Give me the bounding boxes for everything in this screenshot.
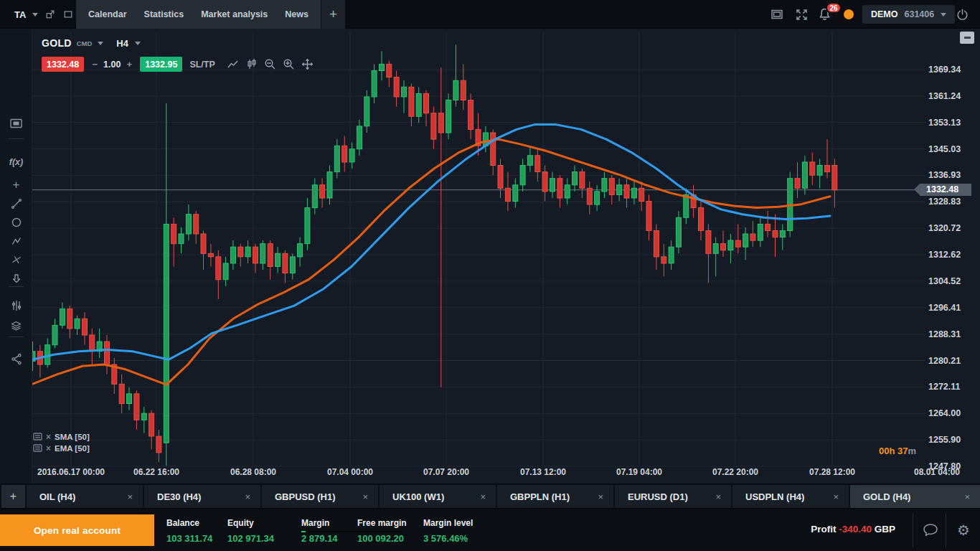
metric-margin-level: Margin level3 576.46% (423, 518, 473, 544)
add-tool-icon[interactable]: + (0, 176, 32, 194)
indicators-fx-icon[interactable]: f(x) (0, 153, 32, 171)
instrument-tab-gbppln-h1[interactable]: GBPPLN (H1)× (497, 485, 613, 508)
metric-balance: Balance103 311.74 (166, 518, 212, 544)
ellipse-tool-icon[interactable] (0, 213, 32, 232)
volume-value[interactable]: 1.00 (101, 60, 123, 70)
time-axis-label: 08.01 04:00 (914, 467, 960, 477)
chevron-down-icon (98, 42, 103, 45)
power-logout-icon[interactable] (956, 0, 969, 29)
metric-value: 102 971.34 (227, 533, 274, 544)
add-workspace-tab-button[interactable]: + (321, 0, 345, 29)
close-tab-icon[interactable]: × (964, 491, 970, 502)
symbol-name: GOLD (42, 37, 72, 49)
drawing-toolbar: f(x) + (0, 29, 32, 484)
instrument-tab-label: USDPLN (H4) (745, 491, 804, 502)
close-tab-icon[interactable]: × (362, 491, 368, 502)
trading-platform-window: TA CalendarStatisticsMarket analysisNews… (0, 0, 980, 551)
maximize-icon[interactable] (62, 9, 74, 20)
close-tab-icon[interactable]: × (127, 491, 133, 502)
metric-label: Margin (301, 518, 338, 528)
price-axis-label: 1361.24 (928, 90, 979, 102)
line-chart-type-icon[interactable] (224, 57, 242, 72)
settings-gear-icon[interactable]: ⚙ (951, 509, 976, 551)
chart-panel-collapse-button[interactable] (960, 32, 974, 44)
indicator-settings-icon[interactable] (33, 442, 42, 455)
chevron-down-icon (941, 13, 946, 17)
price-axis-label: 1336.93 (928, 169, 979, 181)
trend-line-tool-icon[interactable] (0, 194, 32, 213)
popout-icon[interactable] (44, 9, 56, 20)
share-icon[interactable] (0, 349, 32, 368)
chevron-down-icon[interactable] (32, 13, 38, 17)
window-layout-icon[interactable] (771, 0, 783, 29)
instrument-type-label: CMD (77, 39, 93, 47)
close-tab-icon[interactable]: × (245, 491, 250, 502)
down-arrow-tool-icon[interactable] (0, 269, 32, 288)
fullscreen-icon[interactable] (795, 0, 809, 29)
metric-label: Margin level (423, 518, 473, 528)
instrument-tab-gbpusd-h1[interactable]: GBPUSD (H1)× (262, 485, 378, 508)
sell-button[interactable]: 1332.48 (42, 57, 84, 72)
metric-value: 2 879.14 (301, 533, 338, 544)
price-axis-label: 1369.34 (928, 64, 979, 75)
close-tab-icon[interactable]: × (598, 491, 603, 502)
price-axis-label: 1312.62 (928, 249, 979, 260)
account-selector[interactable]: DEMO 631406 (862, 5, 955, 24)
metric-label: Balance (166, 518, 212, 528)
time-axis-label: 06.28 08:00 (230, 467, 276, 477)
close-tab-icon[interactable]: × (715, 491, 721, 502)
buy-button[interactable]: 1332.95 (140, 57, 182, 72)
time-axis-label: 07.19 04:00 (616, 467, 662, 477)
instrument-tab-eurusd-d1[interactable]: EURUSD (D1)× (615, 485, 731, 508)
close-tab-icon[interactable]: × (833, 491, 839, 502)
instrument-tab-gold-h4[interactable]: GOLD (H4)× (850, 485, 980, 508)
indicator-label: EMA [50] (55, 444, 90, 453)
instrument-tab-uk100-w1[interactable]: UK100 (W1)× (380, 485, 496, 508)
chevron-down-icon (135, 42, 141, 45)
candlestick-chart-type-icon[interactable] (242, 57, 261, 72)
instrument-tab-de30-h4[interactable]: DE30 (H4)× (144, 485, 260, 508)
volume-stepper: − 1.00 + (88, 59, 136, 70)
screenshot-frame-icon[interactable] (0, 114, 32, 133)
workspace-tab[interactable]: TA (14, 9, 26, 20)
instrument-tab-label: UK100 (W1) (392, 491, 444, 502)
nav-tab-news[interactable]: News (277, 0, 316, 29)
open-real-account-button[interactable]: Open real account (0, 514, 154, 546)
time-axis-label: 07.28 12:00 (809, 467, 855, 477)
instrument-tab-oil-h4[interactable]: OIL (H4)× (27, 485, 143, 508)
close-tab-icon[interactable]: × (480, 491, 486, 502)
current-price-tag: 1332.48 (920, 184, 971, 196)
volume-increase-button[interactable]: + (123, 59, 136, 70)
layers-icon[interactable] (0, 316, 32, 335)
timeframe-selector[interactable]: H4 (109, 38, 141, 49)
indicator-remove-icon[interactable]: × (46, 445, 51, 452)
sltp-button[interactable]: SL/TP (189, 60, 215, 70)
zoom-out-icon[interactable] (261, 57, 280, 72)
move-crosshair-icon[interactable] (298, 57, 317, 72)
time-axis-label: 07.13 12:00 (520, 467, 566, 477)
metric-equity: Equity102 971.34 (227, 518, 274, 544)
candle-pattern-icon[interactable] (0, 296, 32, 315)
nav-tab-market-analysis[interactable]: Market analysis (193, 0, 275, 29)
nav-tab-calendar[interactable]: Calendar (80, 0, 135, 29)
price-axis-label: 1320.72 (928, 222, 979, 234)
instrument-tab-label: DE30 (H4) (157, 491, 201, 502)
indicator-remove-icon[interactable]: × (46, 433, 51, 441)
instrument-tab-label: EURUSD (D1) (628, 491, 688, 502)
nav-tab-statistics[interactable]: Statistics (136, 0, 192, 29)
price-axis-label: 1296.41 (928, 302, 979, 314)
add-instrument-tab-button[interactable]: + (1, 485, 25, 508)
instrument-tab-usdpln-h4[interactable]: USDPLN (H4)× (732, 485, 849, 508)
countdown-value: 00h 37 (879, 446, 908, 456)
price-axis-label: 1255.90 (928, 434, 979, 446)
candle-countdown: 00h 37m (825, 446, 916, 456)
chat-icon[interactable] (918, 509, 943, 551)
zigzag-pattern-tool-icon[interactable] (0, 232, 32, 250)
zoom-in-icon[interactable] (280, 57, 298, 72)
symbol-selector[interactable]: GOLD CMD (42, 37, 103, 49)
crossed-line-tool-icon[interactable] (0, 250, 32, 269)
statusbar-divider (913, 513, 913, 547)
notification-badge[interactable]: 26 (826, 2, 842, 14)
volume-decrease-button[interactable]: − (88, 59, 101, 70)
top-bar: TA CalendarStatisticsMarket analysisNews… (0, 0, 980, 29)
